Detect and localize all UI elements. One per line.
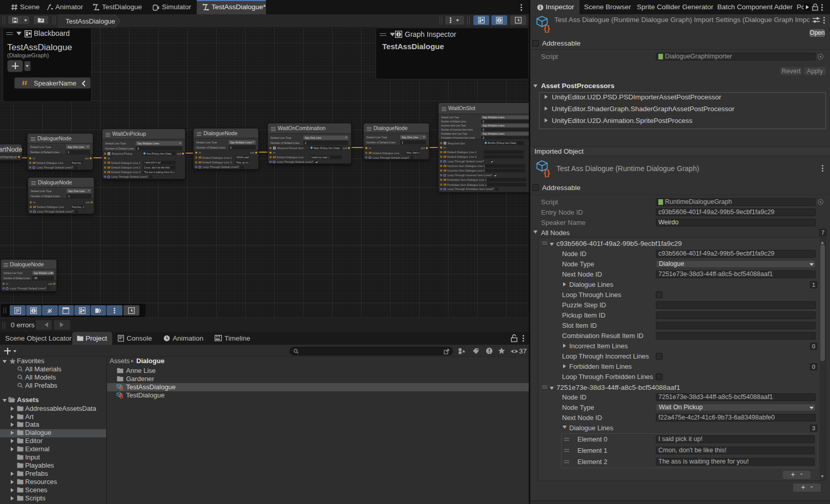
svg-text:{}: {} — [544, 169, 550, 177]
svg-text:{}: {} — [544, 24, 550, 33]
